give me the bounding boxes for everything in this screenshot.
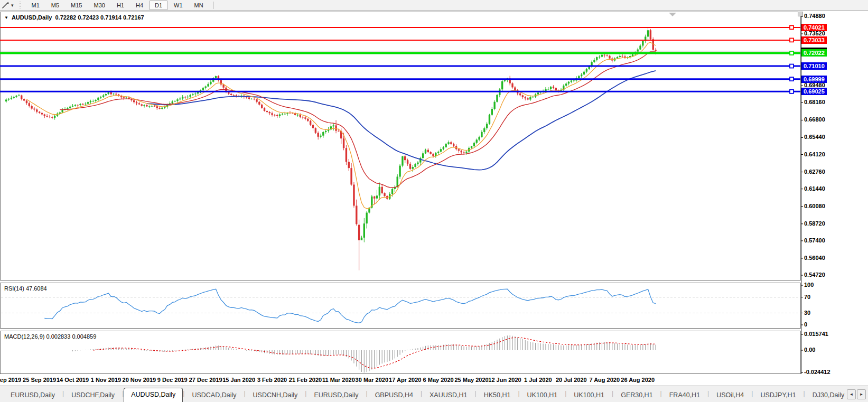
candle-body xyxy=(519,94,521,96)
tab-ger30-h1[interactable]: GER30,H1 xyxy=(613,389,660,402)
candle-body xyxy=(637,50,638,52)
tab-fra40-h1[interactable]: FRA40,H1 xyxy=(662,389,707,402)
tab-audusd-daily[interactable]: AUDUSD,Daily xyxy=(124,388,183,402)
tab-usdcnh-daily[interactable]: USDCNH,Daily xyxy=(246,389,305,402)
candle-body xyxy=(312,125,314,128)
tab-dj30-daily[interactable]: DJ30,Daily xyxy=(805,389,845,402)
tab-eurusd-daily[interactable]: EURUSD,Daily xyxy=(3,389,62,402)
price-tag[interactable]: 0.71010 xyxy=(801,62,827,70)
timeframe-button-mn[interactable]: MN xyxy=(189,1,209,10)
candle-body xyxy=(617,57,618,59)
candle-body xyxy=(532,97,534,97)
chart-canvas[interactable] xyxy=(0,0,868,402)
tab-usdjpy-h1[interactable]: USDJPY,H1 xyxy=(753,389,803,402)
hline-handle[interactable] xyxy=(790,64,794,68)
price-tag[interactable]: 0.73033 xyxy=(801,36,827,44)
price-tag[interactable]: 0.69025 xyxy=(801,88,827,95)
hline-handle[interactable] xyxy=(790,38,794,42)
chart-title-collapse-icon[interactable]: ▼ xyxy=(4,15,8,20)
price-axis-tick-label: 0.56040 xyxy=(804,255,825,261)
time-axis-label: 14 Oct 2019 xyxy=(57,377,89,383)
candle-body xyxy=(381,187,382,193)
rsi-pane[interactable] xyxy=(1,283,801,329)
timeframe-button-m5[interactable]: M5 xyxy=(46,1,64,10)
tab-eurusd-daily[interactable]: EURUSD,Daily xyxy=(306,389,366,402)
candle-body xyxy=(110,92,111,95)
tab-uk100-h1[interactable]: UK100,H1 xyxy=(520,389,565,402)
candle-body xyxy=(100,97,101,98)
candle-body xyxy=(258,102,260,105)
candle-body xyxy=(92,101,94,101)
hline-handle[interactable] xyxy=(790,90,794,94)
trading-terminal-window: ▾ M1M5M15M30H1H4D1W1MN ▼AUDUSD,Daily 0.7… xyxy=(0,0,868,402)
candle-body xyxy=(366,213,367,224)
candle-body xyxy=(376,195,378,199)
time-axis[interactable]: 6 Sep 201925 Sep 201914 Oct 20191 Nov 20… xyxy=(0,374,868,386)
tab-xauusd-h1[interactable]: XAUUSD,H1 xyxy=(422,389,475,402)
timeframe-button-w1[interactable]: W1 xyxy=(169,1,188,10)
macd-pane[interactable] xyxy=(1,331,801,374)
candle-body xyxy=(310,121,311,125)
candle-body xyxy=(511,83,513,88)
hline-handle[interactable] xyxy=(790,51,794,55)
candle-body xyxy=(18,96,20,96)
candle-body xyxy=(133,100,135,102)
price-tag[interactable]: 0.74021 xyxy=(801,24,827,31)
candle-body xyxy=(325,131,326,132)
candle-body xyxy=(501,81,503,89)
candle-body xyxy=(443,147,444,149)
candle-body xyxy=(230,94,232,95)
candle-body xyxy=(192,94,193,95)
tab-usdcad-daily[interactable]: USDCAD,Daily xyxy=(184,389,244,402)
candle-body xyxy=(41,113,43,115)
candle-body xyxy=(189,95,191,97)
tab-uk100-h1[interactable]: UK100,H1 xyxy=(566,389,612,402)
candle-body xyxy=(571,80,572,81)
candle-body xyxy=(146,105,147,107)
price-axis-tick-label: 0.57400 xyxy=(804,237,825,244)
candle-body xyxy=(148,106,150,107)
trendline-tool-icon[interactable] xyxy=(1,1,10,10)
tab-scroll-left-button[interactable]: ◂ xyxy=(847,389,856,399)
timeframe-buttons: M1M5M15M30H1H4D1W1MN xyxy=(26,0,209,11)
candle-body xyxy=(565,83,567,86)
candle-body xyxy=(453,144,454,146)
candle-body xyxy=(458,149,460,151)
candle-body xyxy=(476,139,478,143)
candle-body xyxy=(113,94,114,94)
candle-body xyxy=(108,92,109,94)
tool-dropdown-caret-icon[interactable]: ▾ xyxy=(11,3,14,8)
candle-body xyxy=(253,99,255,99)
candle-body xyxy=(596,57,598,60)
hline-handle[interactable] xyxy=(790,77,794,81)
tab-scroll-right-button[interactable]: ▸ xyxy=(857,389,866,399)
candle-body xyxy=(44,115,45,116)
candle-body xyxy=(143,105,145,106)
price-tag[interactable]: 0.69999 xyxy=(801,76,827,83)
tab-usdchf-daily[interactable]: USDCHF,Daily xyxy=(64,389,122,402)
hline-handle[interactable] xyxy=(790,25,794,29)
candle-body xyxy=(425,150,426,154)
price-tag[interactable]: 0.72022 xyxy=(801,49,827,57)
timeframe-button-h1[interactable]: H1 xyxy=(111,1,129,10)
candle-body xyxy=(430,152,431,154)
chart-title: ▼AUDUSD,Daily 0.72282 0.72423 0.71914 0.… xyxy=(4,14,144,21)
candle-body xyxy=(348,162,350,168)
candle-body xyxy=(264,108,265,111)
time-axis-label: 12 Jun 2020 xyxy=(488,377,521,383)
timeframe-button-m30[interactable]: M30 xyxy=(89,1,110,10)
timeframe-button-h4[interactable]: H4 xyxy=(130,1,148,10)
candle-body xyxy=(407,160,408,164)
candle-body xyxy=(414,164,416,167)
candle-body xyxy=(445,144,446,147)
timeframe-button-d1[interactable]: D1 xyxy=(150,1,167,10)
timeframe-button-m1[interactable]: M1 xyxy=(26,1,45,10)
macd-axis-label: -0.024412 xyxy=(804,369,830,376)
tab-usoil-h4[interactable]: USOil,H4 xyxy=(709,389,751,402)
tab-hk50-h1[interactable]: HK50,H1 xyxy=(477,389,518,402)
candle-body xyxy=(553,87,554,88)
candle-body xyxy=(90,101,91,102)
tab-gbpusd-h4[interactable]: GBPUSD,H4 xyxy=(368,389,421,402)
timeframe-button-m15[interactable]: M15 xyxy=(66,1,87,10)
candle-body xyxy=(335,125,337,130)
